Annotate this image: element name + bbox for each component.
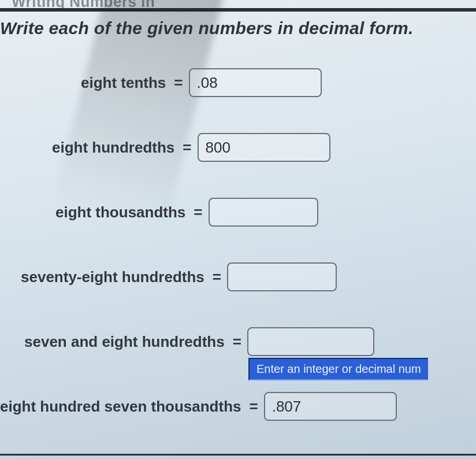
problem-label: eight hundred seven thousandths <box>0 398 244 416</box>
equals-sign: = <box>169 74 188 92</box>
problem-row: eight hundredths = <box>0 133 476 162</box>
problem-row: eight hundred seven thousandths = <box>0 392 476 421</box>
problem-label: eight thousandths <box>55 203 189 221</box>
equals-sign: = <box>178 139 197 157</box>
problem-label: eight tenths <box>81 74 169 92</box>
problem-label: seven and eight hundredths <box>24 333 228 351</box>
input-hint-tooltip: Enter an integer or decimal num <box>248 358 428 380</box>
answer-input-5[interactable] <box>247 327 374 356</box>
answer-input-3[interactable] <box>209 198 318 227</box>
problem-row: seventy-eight hundredths = <box>0 262 476 291</box>
equals-sign: = <box>244 398 263 416</box>
problem-row: eight tenths = <box>0 68 476 97</box>
top-divider <box>0 8 476 12</box>
problem-row: seven and eight hundredths = Enter an in… <box>0 327 476 356</box>
equals-sign: = <box>208 268 227 286</box>
problem-list: eight tenths = eight hundredths = eight … <box>0 68 476 427</box>
answer-input-2[interactable] <box>198 133 330 162</box>
answer-input-4[interactable] <box>227 262 337 291</box>
answer-input-6[interactable] <box>264 392 397 421</box>
equals-sign: = <box>189 203 208 221</box>
equals-sign: = <box>228 333 247 351</box>
worksheet-page: Writing Numbers in Write each of the giv… <box>0 0 476 459</box>
bottom-divider <box>0 454 476 456</box>
problem-row: eight thousandths = <box>0 198 476 227</box>
problem-label: eight hundredths <box>52 139 178 157</box>
answer-input-1[interactable] <box>189 68 322 97</box>
problem-label: seventy-eight hundredths <box>21 268 208 286</box>
instruction-text: Write each of the given numbers in decim… <box>0 18 414 38</box>
